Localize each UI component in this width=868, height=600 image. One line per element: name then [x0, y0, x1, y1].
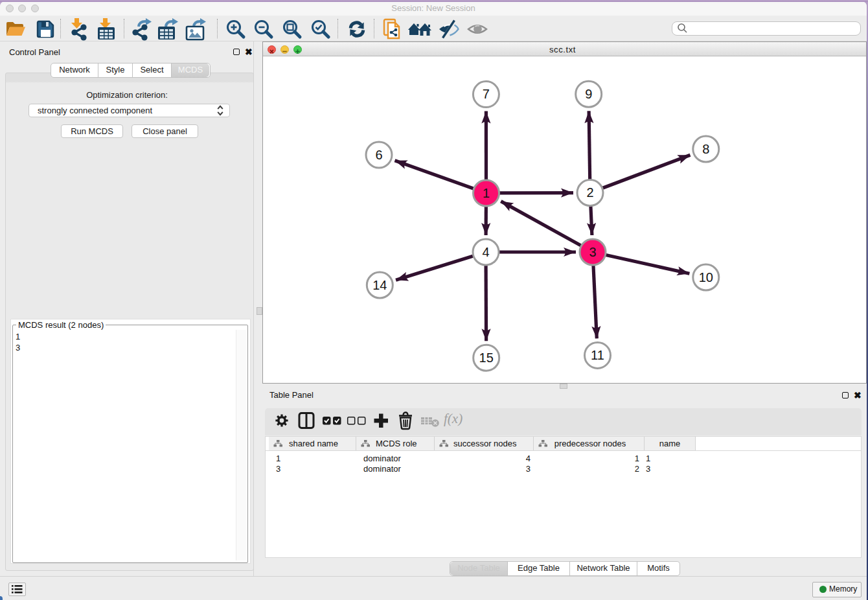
svg-text:11: 11 [591, 348, 604, 362]
svg-text:2: 2 [586, 185, 593, 200]
svg-text:1: 1 [483, 186, 490, 200]
svg-text:8: 8 [702, 142, 709, 156]
svg-text:7: 7 [483, 87, 490, 101]
svg-text:9: 9 [585, 87, 592, 101]
svg-text:14: 14 [372, 278, 387, 292]
svg-text:6: 6 [375, 148, 382, 162]
svg-text:10: 10 [699, 270, 713, 284]
svg-text:3: 3 [589, 245, 596, 259]
svg-text:15: 15 [479, 351, 494, 365]
svg-text:4: 4 [482, 245, 489, 259]
